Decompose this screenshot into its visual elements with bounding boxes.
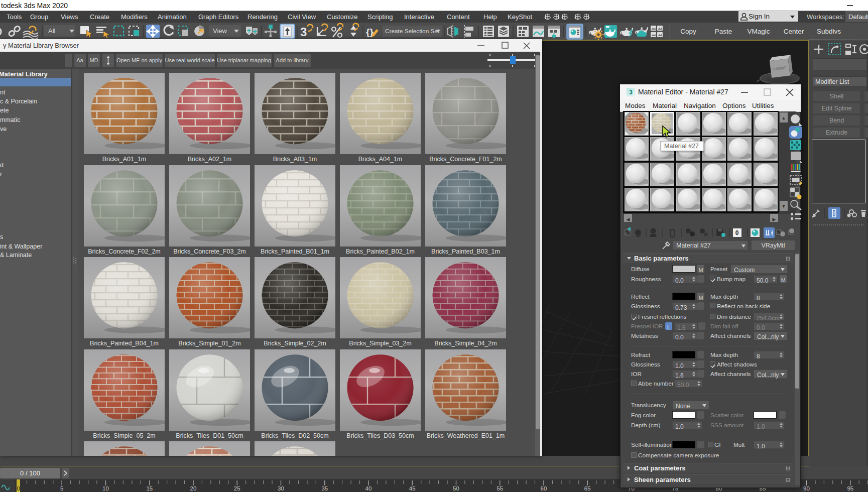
svg-text:45: 45 <box>409 485 416 491</box>
svg-text:90: 90 <box>803 485 810 491</box>
svg-text:15: 15 <box>146 485 153 491</box>
svg-text:VMagic: VMagic <box>747 28 770 35</box>
svg-text:Create Selection Set: Create Selection Set <box>385 28 440 35</box>
svg-text:3: 3 <box>300 25 307 39</box>
svg-text:0: 0 <box>735 229 739 236</box>
svg-text:35: 35 <box>321 485 328 491</box>
svg-text:50: 50 <box>453 485 459 491</box>
svg-text:Subdivs: Subdivs <box>817 28 841 35</box>
svg-text:All: All <box>48 27 56 35</box>
svg-text:55: 55 <box>497 485 503 491</box>
svg-text:25: 25 <box>234 485 240 491</box>
svg-text:View: View <box>213 27 227 35</box>
svg-text:95: 95 <box>847 485 853 491</box>
svg-text:5: 5 <box>60 485 63 491</box>
svg-text:3: 3 <box>629 89 633 96</box>
svg-text:30: 30 <box>278 485 284 491</box>
svg-text:Center: Center <box>784 28 804 35</box>
svg-text:10: 10 <box>102 485 109 491</box>
svg-text:40: 40 <box>365 485 372 491</box>
svg-text:0: 0 <box>17 485 20 491</box>
svg-text:65: 65 <box>584 485 591 491</box>
svg-text:Copy: Copy <box>680 28 696 35</box>
svg-text:60: 60 <box>541 485 547 491</box>
svg-text:20: 20 <box>190 485 197 491</box>
svg-text:Paste: Paste <box>715 28 732 35</box>
